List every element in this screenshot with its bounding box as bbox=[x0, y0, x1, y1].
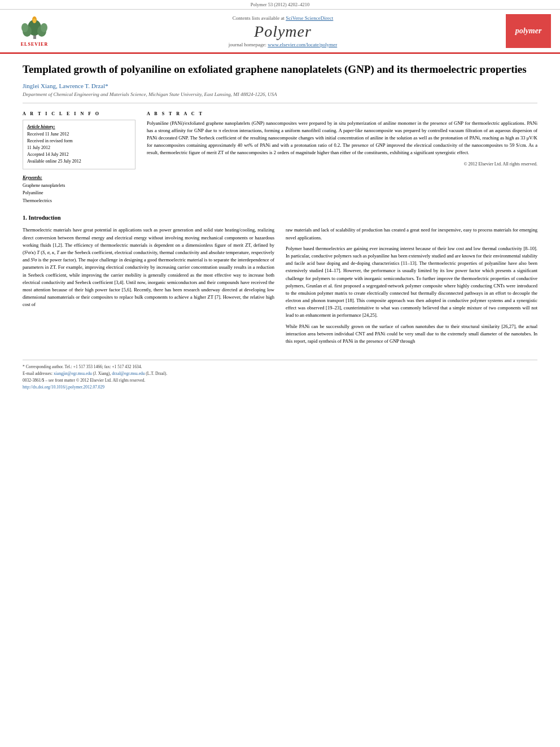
polymer-logo-text: polymer bbox=[515, 27, 542, 36]
email-info: E-mail addresses: xiangjin@egr.msu.edu (… bbox=[23, 370, 537, 377]
article-meta-section: A R T I C L E I N F O Article history: R… bbox=[23, 111, 537, 205]
intro-right-p3: While PANi can be successfully grown on … bbox=[286, 323, 537, 346]
keywords-box: Keywords: Graphene nanoplatelets Polyani… bbox=[23, 175, 135, 205]
footnotes: * Corresponding author. Tel.: +1 517 353… bbox=[23, 360, 537, 391]
article-history-heading: Article history: bbox=[27, 124, 131, 129]
received-revised-date: 11 July 2012 bbox=[27, 145, 131, 151]
svg-point-4 bbox=[21, 23, 28, 32]
contents-text: Contents lists available at bbox=[233, 15, 285, 21]
svg-point-7 bbox=[33, 19, 36, 23]
copyright: © 2012 Elsevier Ltd. All rights reserved… bbox=[147, 161, 537, 167]
corresponding-author: * Corresponding author. Tel.: +1 517 353… bbox=[23, 364, 537, 370]
intro-right-p1: raw materials and lack of scalability of… bbox=[286, 226, 537, 241]
keyword-2: Polyaniline bbox=[23, 189, 135, 197]
email2-name: (L.T. Drzal). bbox=[146, 371, 167, 376]
journal-homepage: journal homepage: www.elsevier.com/locat… bbox=[65, 42, 500, 47]
abstract-text: Polyaniline (PANi)/exfoliated graphene n… bbox=[147, 120, 537, 157]
volume-info-text: Polymer 53 (2012) 4202–4210 bbox=[251, 2, 310, 7]
article-info-box: Article history: Received 11 June 2012 R… bbox=[23, 120, 135, 169]
polymer-logo: polymer bbox=[506, 14, 551, 48]
email-label: E-mail addresses: bbox=[23, 371, 53, 376]
contents-available: Contents lists available at SciVerse Sci… bbox=[65, 15, 500, 21]
doi-link[interactable]: http://dx.doi.org/10.1016/j.polymer.2012… bbox=[23, 385, 104, 390]
email1-name: (J. Xiang), bbox=[93, 371, 111, 376]
abstract-label: A B S T R A C T bbox=[147, 111, 537, 116]
corresponding-text: * Corresponding author. Tel.: +1 517 353… bbox=[23, 364, 142, 369]
elsevier-label: ELSEVIER bbox=[21, 42, 48, 47]
article-title: Templated growth of polyaniline on exfol… bbox=[23, 63, 537, 77]
svg-point-5 bbox=[41, 23, 47, 32]
article-info-label: A R T I C L E I N F O bbox=[23, 111, 135, 116]
authors-text: Jinglei Xiang, Lawrence T. Drzal* bbox=[23, 82, 108, 89]
doi-info: http://dx.doi.org/10.1016/j.polymer.2012… bbox=[23, 384, 537, 391]
journal-name: Polymer bbox=[65, 23, 500, 41]
intro-left-p1: Thermoelectric materials have great pote… bbox=[23, 226, 274, 308]
volume-info: Polymer 53 (2012) 4202–4210 bbox=[0, 0, 560, 10]
email1-link[interactable]: xiangjin@egr.msu.edu bbox=[54, 371, 92, 376]
elsevier-logo-block: ELSEVIER bbox=[9, 15, 60, 47]
section1-title: 1. Introduction bbox=[23, 215, 537, 221]
intro-right: raw materials and lack of scalability of… bbox=[286, 226, 537, 348]
homepage-url[interactable]: www.elsevier.com/locate/polymer bbox=[268, 42, 337, 47]
received-revised-label: Received in revised form bbox=[27, 138, 131, 145]
journal-header: ELSEVIER Contents lists available at Sci… bbox=[0, 10, 560, 54]
keyword-3: Thermoelectrics bbox=[23, 197, 135, 205]
page: Polymer 53 (2012) 4202–4210 ELSEVIER Co bbox=[0, 0, 560, 747]
received-date: Received 11 June 2012 bbox=[27, 131, 131, 138]
introduction-section: 1. Introduction Thermoelectric materials… bbox=[23, 215, 537, 348]
affiliation: Department of Chemical Engineering and M… bbox=[23, 91, 537, 103]
section1-number: 1. bbox=[23, 215, 27, 221]
elsevier-tree-icon bbox=[19, 15, 50, 41]
available-date: Available online 25 July 2012 bbox=[27, 158, 131, 165]
section1-title-text: Introduction bbox=[29, 215, 61, 221]
keywords-heading: Keywords: bbox=[23, 175, 135, 180]
email2-link[interactable]: drzal@egr.msu.edu bbox=[112, 371, 145, 376]
intro-left: Thermoelectric materials have great pote… bbox=[23, 226, 274, 348]
homepage-label: journal homepage: bbox=[229, 42, 266, 47]
accepted-date: Accepted 14 July 2012 bbox=[27, 151, 131, 158]
main-content: Templated growth of polyaniline on exfol… bbox=[0, 54, 560, 400]
authors: Jinglei Xiang, Lawrence T. Drzal* bbox=[23, 82, 537, 89]
keyword-1: Graphene nanoplatelets bbox=[23, 182, 135, 190]
intro-right-p2: Polymer based thermoelectrics are gainin… bbox=[286, 245, 537, 320]
article-info-col: A R T I C L E I N F O Article history: R… bbox=[23, 111, 135, 205]
abstract-col: A B S T R A C T Polyaniline (PANi)/exfol… bbox=[147, 111, 537, 205]
journal-center: Contents lists available at SciVerse Sci… bbox=[65, 15, 500, 47]
issn-info: 0032-3861/$ – see front matter © 2012 El… bbox=[23, 377, 537, 384]
intro-two-col: Thermoelectric materials have great pote… bbox=[23, 226, 537, 348]
sciverse-link[interactable]: SciVerse ScienceDirect bbox=[286, 15, 333, 21]
